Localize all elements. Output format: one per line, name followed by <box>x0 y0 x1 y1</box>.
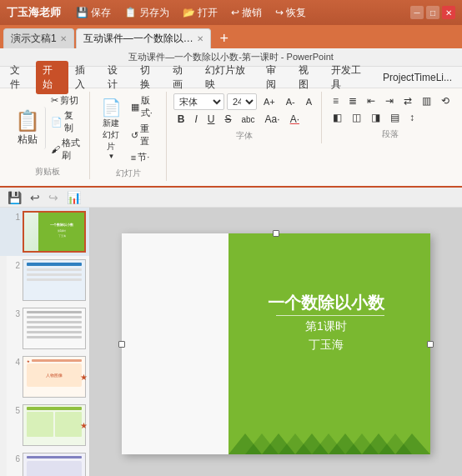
undo-bar: 💾 ↩ ↪ 📊 <box>0 188 462 208</box>
undo-title-button[interactable]: ↩ 撤销 <box>224 4 269 22</box>
align-right-button[interactable]: ◨ <box>367 110 384 125</box>
decrease-indent-button[interactable]: ⇤ <box>363 93 379 108</box>
font-size-decrease[interactable]: A- <box>282 95 299 108</box>
list-bullets-button[interactable]: ≡ <box>329 93 343 108</box>
layout-button[interactable]: ▦ 版式· <box>128 93 161 120</box>
slide-item-4[interactable]: 4 ★ 人物图像 ★ <box>0 353 89 401</box>
section-button[interactable]: ≡ 节· <box>128 150 161 164</box>
new-slide-icon: 📄 <box>101 98 122 118</box>
title-bar: 丁玉海老师 💾 保存 📋 另存为 📂 打开 ↩ 撤销 ↪ 恢复 ─ □ ✕ <box>0 0 462 25</box>
saveas-icon: 📋 <box>124 7 137 18</box>
line-spacing-button[interactable]: ↕ <box>405 110 419 125</box>
italic-button[interactable]: I <box>190 112 201 127</box>
format-painter-button[interactable]: 🖌 格式刷 <box>48 136 84 163</box>
ribbon-group-slides: 📄 新建幻灯片 ▼ ▦ 版式· ↺ 重置 ≡ 节· <box>92 92 167 181</box>
layout-icon: ▦ <box>131 102 139 113</box>
small-caps-button[interactable]: abc <box>237 113 259 126</box>
undo-button[interactable]: ↩ <box>28 190 43 205</box>
list-numbers-button[interactable]: ≣ <box>344 93 361 108</box>
ribbon: 📋 粘贴 ✂ 剪切 📄 复制 🖌 格式刷 <box>0 88 462 188</box>
slide-item-5[interactable]: 5 ★ <box>0 401 89 449</box>
slide-subtitle[interactable]: 第1课时 <box>234 319 418 334</box>
bold-button[interactable]: B <box>173 112 189 127</box>
slide-canvas[interactable]: 一个数除以小数 第1课时 丁玉海 <box>122 233 430 454</box>
cut-button[interactable]: ✂ 剪切 <box>48 93 84 108</box>
main-area: 1 一个数除以小数 第1课时 丁玉海 2 3 <box>0 208 462 476</box>
reset-icon: ↺ <box>131 130 138 141</box>
font-size-increase[interactable]: A+ <box>259 95 279 108</box>
user-name: 丁玉海老师 <box>7 5 61 20</box>
menu-item-slideshow[interactable]: 幻灯片放映 <box>198 61 259 94</box>
view-button[interactable]: 📊 <box>64 190 83 205</box>
tab-bar: 演示文稿1 ✕ 互动课件—一个数除以… ✕ + <box>0 25 462 48</box>
minimize-button[interactable]: ─ <box>410 6 424 19</box>
format-painter-icon: 🖌 <box>51 144 60 154</box>
menu-item-view[interactable]: 视图 <box>292 61 324 94</box>
close-tab-2[interactable]: ✕ <box>197 34 203 43</box>
handle-bl[interactable] <box>118 341 125 348</box>
menu-item-projecttime[interactable]: ProjectTimeLi... <box>376 69 459 86</box>
close-tab-1[interactable]: ✕ <box>60 34 67 43</box>
menu-item-transitions[interactable]: 切换 <box>133 61 166 94</box>
slide-item-1[interactable]: 1 一个数除以小数 第1课时 丁玉海 <box>0 208 89 256</box>
handle-tl[interactable] <box>273 230 279 237</box>
open-icon: 📂 <box>183 7 195 18</box>
ribbon-group-font: 宋体 24 A+ A- A B I U S abc Aa· A· 字体 <box>168 92 322 143</box>
rtl-button[interactable]: ⇄ <box>399 93 416 108</box>
menu-item-home[interactable]: 开始 <box>36 61 68 94</box>
canvas-area: 一个数除以小数 第1课时 丁玉海 <box>90 208 462 476</box>
copy-button[interactable]: 📄 复制 <box>48 108 84 135</box>
underline-button[interactable]: U <box>203 112 219 127</box>
slide-white-area <box>122 233 228 454</box>
reset-button[interactable]: ↺ 重置 <box>128 122 161 148</box>
cut-icon: ✂ <box>51 95 58 106</box>
slide-panel[interactable]: 1 一个数除以小数 第1课时 丁玉海 2 3 <box>0 208 90 476</box>
font-name-select[interactable]: 宋体 <box>173 93 224 110</box>
save-icon: 💾 <box>76 7 88 18</box>
menu-item-design[interactable]: 设计 <box>101 61 133 94</box>
column-button[interactable]: ▥ <box>418 93 435 108</box>
close-button[interactable]: ✕ <box>442 6 455 19</box>
slide-item-3[interactable]: 3 <box>0 304 89 353</box>
copy-icon: 📄 <box>51 117 63 128</box>
paste-button[interactable]: 📋 粘贴 <box>10 107 46 149</box>
saveas-button[interactable]: 📋 另存为 <box>118 4 176 22</box>
justify-button[interactable]: ▤ <box>386 110 404 125</box>
menu-item-file[interactable]: 文件 <box>3 61 36 94</box>
handle-tr[interactable] <box>427 341 434 348</box>
open-button[interactable]: 📂 打开 <box>176 4 224 22</box>
text-direction-button[interactable]: ⟲ <box>437 93 454 108</box>
strikethrough-button[interactable]: S <box>220 112 235 127</box>
slide-author[interactable]: 丁玉海 <box>234 338 418 353</box>
font-case-button[interactable]: Aa· <box>261 112 284 127</box>
menu-bar: 文件 开始 插入 设计 切换 动画 幻灯片放映 审阅 视图 开发工具 Proje… <box>0 67 462 88</box>
menu-item-review[interactable]: 审阅 <box>259 61 292 94</box>
align-left-button[interactable]: ◧ <box>329 110 346 125</box>
slide-item-2[interactable]: 2 <box>0 256 89 304</box>
tab-interactive-lesson[interactable]: 互动课件—一个数除以… ✕ <box>76 28 211 48</box>
slide-item-6[interactable]: 6 <box>0 449 89 476</box>
font-color-button[interactable]: A· <box>286 112 304 127</box>
maximize-button[interactable]: □ <box>426 6 439 19</box>
slide-title[interactable]: 一个数除以小数 <box>234 292 418 314</box>
section-icon: ≡ <box>131 153 136 163</box>
save-button[interactable]: 💾 保存 <box>69 4 118 22</box>
redo-title-icon: ↪ <box>275 7 284 18</box>
paste-icon: 📋 <box>15 109 40 133</box>
increase-indent-button[interactable]: ⇥ <box>381 93 398 108</box>
font-size-select[interactable]: 24 <box>227 93 257 110</box>
align-center-button[interactable]: ◫ <box>348 110 365 125</box>
redo-button[interactable]: ↪ <box>46 190 61 205</box>
menu-item-animation[interactable]: 动画 <box>166 61 198 94</box>
quick-save-icon[interactable]: 💾 <box>5 190 24 205</box>
add-tab-button[interactable]: + <box>214 28 234 48</box>
tab-presentation1[interactable]: 演示文稿1 ✕ <box>3 28 74 48</box>
slide-divider <box>276 315 384 316</box>
new-slide-button[interactable]: 📄 新建幻灯片 ▼ <box>97 96 126 162</box>
slide-triangles <box>228 433 430 454</box>
redo-title-button[interactable]: ↪ 恢复 <box>269 4 313 22</box>
font-format-btn[interactable]: A <box>302 95 316 108</box>
menu-item-devtools[interactable]: 开发工具 <box>324 61 376 94</box>
ribbon-group-paragraph: ≡ ≣ ⇤ ⇥ ⇄ ▥ ⟲ ◧ ◫ ◨ ▤ ↕ 段落 <box>324 92 457 142</box>
menu-item-insert[interactable]: 插入 <box>68 61 101 94</box>
